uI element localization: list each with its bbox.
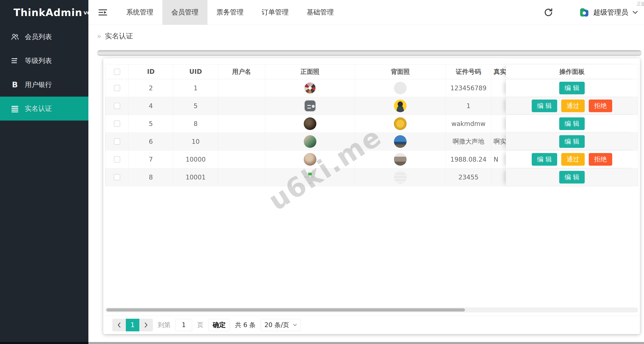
sidebar: ThinkAdminV6 会员列表 等级列表 B: [0, 0, 88, 344]
sidebar-item-label: 会员列表: [25, 32, 52, 42]
goto-page-input[interactable]: [176, 319, 192, 331]
back-photo-thumbnail[interactable]: [394, 117, 406, 130]
reject-button[interactable]: 拒绝: [589, 153, 612, 166]
app-logo[interactable]: ThinkAdminV6: [0, 0, 88, 25]
cell-username: [218, 97, 265, 115]
table-row: 5 8 wakmdmw 编 辑: [105, 115, 638, 133]
cell-uid: 10001: [173, 168, 218, 186]
row-checkbox[interactable]: [114, 85, 120, 91]
back-photo-thumbnail[interactable]: [394, 100, 406, 112]
tab-member-management[interactable]: 会员管理: [162, 0, 208, 25]
cell-id-number: 123456789: [446, 79, 491, 97]
col-header-back-photo: 背面照: [355, 64, 446, 79]
cell-id-number: 1: [446, 97, 491, 115]
cell-id-number: wakmdmw: [446, 115, 491, 133]
cell-id: 2: [129, 79, 173, 97]
back-photo-thumbnail[interactable]: [394, 135, 406, 148]
sidebar-item-label: 实名认证: [25, 104, 52, 113]
approve-button[interactable]: 通过: [561, 100, 585, 112]
cell-id: 6: [129, 133, 173, 150]
chevron-down-icon: [293, 324, 297, 326]
cell-actions: 编 辑: [506, 133, 638, 150]
row-checkbox[interactable]: [114, 156, 120, 163]
page-size-select[interactable]: 20 条/页: [261, 319, 301, 331]
horizontal-scrollbar-thumb[interactable]: [106, 308, 465, 311]
user-avatar: [579, 8, 589, 17]
table-row: 6 10 啊撒大声地 啊实 编 辑: [105, 133, 638, 151]
sidebar-item-level-list[interactable]: 等级列表: [0, 49, 88, 73]
sidebar-collapse-icon[interactable]: [96, 6, 110, 19]
confirm-button[interactable]: 确定: [208, 319, 230, 331]
sidebar-item-label: 等级列表: [25, 56, 52, 66]
approve-button[interactable]: 通过: [561, 153, 585, 166]
license-badge[interactable]: 正版: [637, 1, 644, 7]
edit-button[interactable]: 编 辑: [559, 171, 585, 184]
front-photo-thumbnail[interactable]: [304, 153, 316, 166]
edit-button[interactable]: 编 辑: [532, 100, 557, 112]
app-root: ThinkAdminV6 会员列表 等级列表 B: [0, 0, 644, 344]
cell-id: 7: [129, 151, 173, 168]
cell-uid: 1: [173, 79, 218, 97]
front-photo-thumbnail[interactable]: [304, 135, 316, 148]
front-photo-thumbnail[interactable]: [304, 100, 316, 112]
cell-username: [218, 133, 265, 150]
cell-uid: 10000: [173, 151, 218, 168]
sidebar-item-member-list[interactable]: 会员列表: [0, 25, 88, 49]
horizontal-scrollbar-track[interactable]: [105, 307, 638, 312]
front-photo-thumbnail[interactable]: [304, 171, 316, 184]
edit-button[interactable]: 编 辑: [559, 117, 585, 130]
cell-actions: 编 辑 通过 拒绝: [506, 97, 638, 115]
top-navbar: 系统管理 会员管理 票务管理 订单管理 基础管理: [88, 0, 644, 25]
cell-username: [218, 79, 265, 97]
tab-basic-management[interactable]: 基础管理: [298, 0, 343, 25]
edit-button[interactable]: 编 辑: [559, 135, 585, 148]
table-row: 4 5 1 编 辑 通过 拒绝: [105, 97, 638, 115]
horizontal-scrollbar-top[interactable]: [97, 50, 642, 56]
user-menu[interactable]: 超级管理员: [579, 8, 638, 17]
breadcrumb-separator-icon: »: [97, 32, 102, 40]
cell-username: [218, 115, 265, 133]
back-photo-thumbnail[interactable]: [394, 171, 406, 184]
page-number-active[interactable]: 1: [126, 319, 139, 331]
front-photo-thumbnail[interactable]: [304, 82, 316, 94]
tab-system-management[interactable]: 系统管理: [117, 0, 162, 25]
next-page-button[interactable]: [139, 319, 153, 331]
menu-lines-icon: [10, 105, 20, 113]
table-header-row: ID UID 用户名 正面照 背面照 证件号码 真实姓名 操作面板: [105, 64, 638, 79]
goto-prefix-label: 到第: [158, 321, 170, 329]
select-all-checkbox[interactable]: [114, 69, 120, 75]
pager-group: 1: [112, 319, 153, 331]
cell-id: 4: [129, 97, 173, 115]
col-header-uid: UID: [173, 64, 218, 79]
reject-button[interactable]: 拒绝: [589, 100, 612, 112]
cell-id: 8: [129, 168, 173, 186]
table-row: 7 10000 1988.08.24 N 编 辑 通过 拒绝: [105, 151, 638, 168]
tab-ticket-management[interactable]: 票务管理: [208, 0, 252, 25]
sidebar-item-realname-auth[interactable]: 实名认证: [0, 97, 88, 121]
back-photo-thumbnail[interactable]: [394, 153, 406, 166]
sidebar-item-user-bank[interactable]: B 用户银行: [0, 73, 88, 97]
edit-button[interactable]: 编 辑: [532, 153, 557, 166]
cell-id-number: 1988.08.24: [446, 151, 491, 168]
col-header-actions: 操作面板: [506, 64, 638, 79]
cell-actions: 编 辑 通过 拒绝: [506, 151, 638, 168]
back-photo-thumbnail[interactable]: [394, 82, 406, 94]
pagination-bar: 1 到第 页 确定 共 6 条 20 条/页: [103, 315, 640, 334]
row-checkbox[interactable]: [114, 121, 120, 127]
row-checkbox[interactable]: [114, 174, 120, 180]
cell-uid: 5: [173, 97, 218, 115]
front-photo-thumbnail[interactable]: [304, 117, 316, 130]
row-checkbox[interactable]: [114, 138, 120, 145]
refresh-icon[interactable]: [544, 8, 553, 17]
prev-page-button[interactable]: [112, 319, 126, 331]
top-nav-tabs: 系统管理 会员管理 票务管理 订单管理 基础管理: [117, 0, 343, 25]
edit-button[interactable]: 编 辑: [559, 82, 585, 94]
cell-uid: 10: [173, 133, 218, 150]
row-checkbox[interactable]: [114, 103, 120, 109]
logo-text: ThinkAdminV6: [14, 7, 90, 18]
cell-id: 5: [129, 115, 173, 133]
tab-order-management[interactable]: 订单管理: [252, 0, 298, 25]
page-size-value: 20 条/页: [264, 321, 289, 329]
users-icon: [10, 33, 20, 41]
chevron-down-icon: [632, 11, 638, 15]
